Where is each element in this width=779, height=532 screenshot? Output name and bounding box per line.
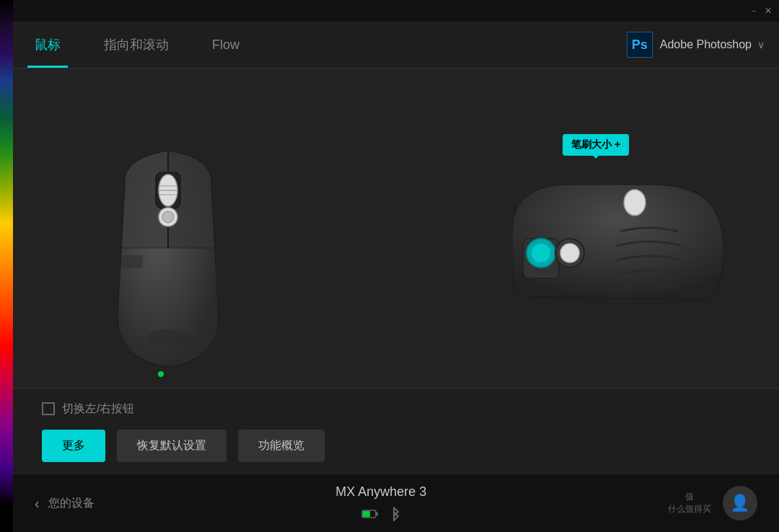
mouse-front-view (85, 129, 251, 389)
tabbar: 鼠标 指向和滚动 Flow Ps Adobe Photoshop ∨ (13, 22, 779, 68)
back-to-devices[interactable]: ‹ 您的设备 (35, 495, 94, 512)
svg-point-7 (162, 211, 174, 223)
back-arrow-icon: ‹ (35, 495, 40, 512)
battery-icon (361, 508, 379, 520)
svg-rect-18 (376, 512, 378, 515)
svg-point-9 (158, 371, 164, 377)
swap-buttons-checkbox[interactable] (42, 402, 55, 415)
svg-point-10 (146, 329, 190, 347)
close-button[interactable]: ✕ (763, 6, 773, 16)
device-icons (361, 505, 400, 523)
chevron-down-icon: ∨ (757, 39, 765, 50)
tab-pointer[interactable]: 指向和滚动 (82, 22, 190, 68)
overview-button[interactable]: 功能概览 (238, 430, 325, 462)
titlebar: － ✕ (13, 0, 779, 22)
tooltip-brush-size: 笔刷大小 + (563, 134, 629, 156)
app-name: Adobe Photoshop (660, 38, 752, 51)
watermark-text: 值 (685, 491, 694, 503)
rainbow-sidebar (0, 0, 13, 532)
svg-rect-19 (363, 511, 370, 517)
ps-icon: Ps (627, 32, 653, 58)
bottom-controls: 切换左/右按钮 更多 恢复默认设置 功能概览 (13, 388, 779, 474)
device-info: MX Anywhere 3 (335, 484, 426, 523)
footer: ‹ 您的设备 MX Anywhere 3 值 什么值得买 👤 (13, 474, 779, 532)
svg-point-15 (560, 244, 579, 262)
footer-right: 值 什么值得买 👤 (668, 486, 757, 520)
tab-mouse[interactable]: 鼠标 (13, 22, 82, 68)
avatar[interactable]: 👤 (723, 486, 757, 520)
bluetooth-icon (387, 505, 400, 523)
watermark-subtext: 什么值得买 (668, 503, 711, 515)
checkbox-row: 切换左/右按钮 (42, 402, 750, 417)
button-row: 更多 恢复默认设置 功能概览 (42, 430, 750, 462)
mouse-side-area: 笔刷大小 + (505, 174, 736, 328)
device-name: MX Anywhere 3 (335, 484, 426, 500)
svg-point-13 (532, 244, 550, 262)
minimize-button[interactable]: － (749, 6, 759, 16)
tab-flow[interactable]: Flow (190, 22, 261, 68)
watermark: 值 什么值得买 (668, 491, 711, 515)
reset-button[interactable]: 恢复默认设置 (117, 430, 226, 462)
back-label: 您的设备 (48, 496, 94, 511)
more-button[interactable]: 更多 (42, 430, 105, 462)
svg-rect-8 (121, 255, 143, 268)
swap-buttons-label: 切换左/右按钮 (62, 402, 134, 417)
svg-point-16 (624, 190, 646, 216)
app-selector[interactable]: Ps Adobe Photoshop ∨ (627, 32, 779, 58)
